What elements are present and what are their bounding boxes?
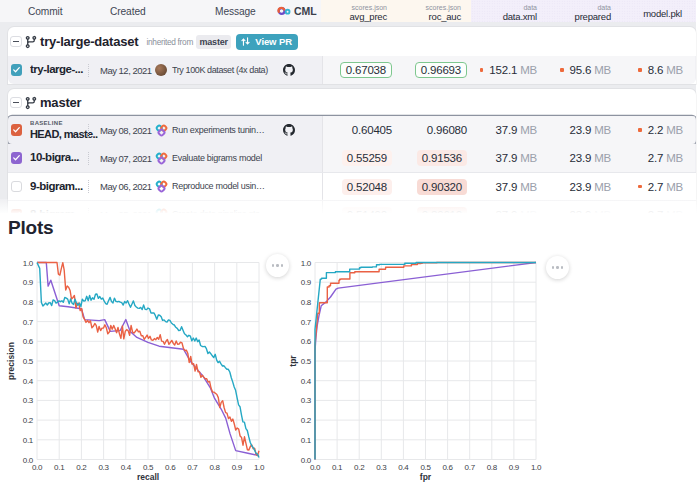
svg-text:0.2: 0.2 <box>23 416 34 425</box>
svg-text:0.7: 0.7 <box>187 463 198 472</box>
svg-text:0.7: 0.7 <box>23 318 34 327</box>
svg-text:0.9: 0.9 <box>301 278 312 287</box>
svg-text:0.4: 0.4 <box>398 463 409 472</box>
svg-text:0.5: 0.5 <box>143 463 154 472</box>
svg-text:recall: recall <box>137 472 159 482</box>
svg-text:0.2: 0.2 <box>76 463 87 472</box>
svg-text:0.1: 0.1 <box>23 436 34 445</box>
svg-text:0.8: 0.8 <box>487 463 498 472</box>
svg-text:0.9: 0.9 <box>509 463 520 472</box>
svg-text:0.0: 0.0 <box>301 456 312 465</box>
svg-text:1.0: 1.0 <box>531 463 542 472</box>
svg-text:0.1: 0.1 <box>301 436 312 445</box>
svg-text:1.0: 1.0 <box>254 463 265 472</box>
svg-text:1.0: 1.0 <box>301 259 312 268</box>
svg-text:0.2: 0.2 <box>354 463 365 472</box>
svg-text:0.3: 0.3 <box>98 463 109 472</box>
svg-text:0.9: 0.9 <box>23 278 34 287</box>
svg-text:tpr: tpr <box>288 355 298 367</box>
svg-text:0.0: 0.0 <box>310 463 321 472</box>
svg-text:0.4: 0.4 <box>301 377 312 386</box>
svg-text:0.9: 0.9 <box>232 463 243 472</box>
svg-text:0.2: 0.2 <box>301 416 312 425</box>
svg-text:0.0: 0.0 <box>23 456 34 465</box>
svg-text:0.5: 0.5 <box>23 357 34 366</box>
svg-text:0.6: 0.6 <box>301 337 312 346</box>
svg-text:fpr: fpr <box>420 472 432 482</box>
svg-text:0.8: 0.8 <box>23 298 34 307</box>
svg-text:0.1: 0.1 <box>332 463 343 472</box>
svg-text:0.0: 0.0 <box>32 463 43 472</box>
svg-text:0.7: 0.7 <box>301 318 312 327</box>
svg-text:1.0: 1.0 <box>23 259 34 268</box>
svg-text:0.4: 0.4 <box>23 377 34 386</box>
svg-text:0.8: 0.8 <box>301 298 312 307</box>
svg-text:0.1: 0.1 <box>54 463 65 472</box>
svg-text:0.5: 0.5 <box>420 463 431 472</box>
svg-text:precision: precision <box>6 342 16 380</box>
svg-text:0.7: 0.7 <box>465 463 476 472</box>
svg-text:0.6: 0.6 <box>442 463 453 472</box>
svg-text:0.6: 0.6 <box>23 337 34 346</box>
svg-text:0.3: 0.3 <box>301 396 312 405</box>
svg-text:0.4: 0.4 <box>121 463 132 472</box>
svg-text:0.8: 0.8 <box>209 463 220 472</box>
svg-text:0.3: 0.3 <box>23 396 34 405</box>
svg-text:0.5: 0.5 <box>301 357 312 366</box>
svg-text:0.6: 0.6 <box>165 463 176 472</box>
svg-text:0.3: 0.3 <box>376 463 387 472</box>
